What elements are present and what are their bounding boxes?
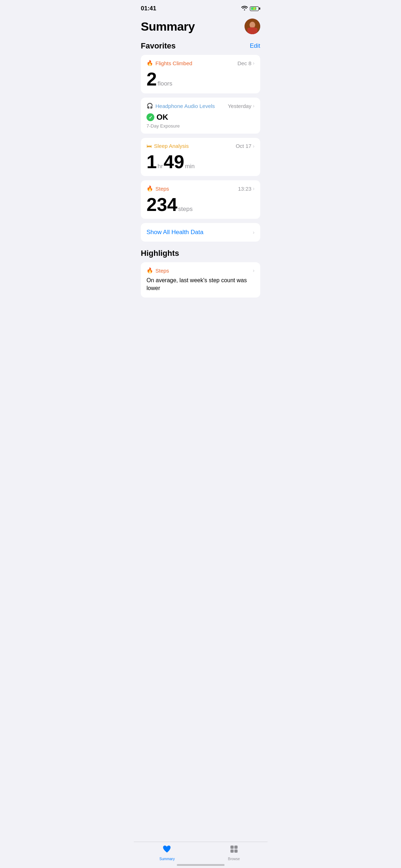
- sleep-date: Oct 17 ›: [236, 143, 255, 149]
- favorites-title: Favorites: [141, 41, 176, 51]
- steps-card[interactable]: 🔥 Steps 13:23 › 234 steps: [141, 180, 260, 219]
- show-all-label: Show All Health Data: [146, 229, 204, 236]
- show-all-health-data-card[interactable]: Show All Health Data ›: [141, 223, 260, 242]
- chevron-icon: ›: [253, 186, 255, 191]
- highlights-section: Highlights 🔥 Steps › On average, last we…: [141, 249, 260, 298]
- chevron-icon: ›: [253, 103, 255, 109]
- flame-icon: 🔥: [146, 60, 153, 66]
- status-time: 01:41: [141, 5, 156, 12]
- avatar[interactable]: [245, 19, 260, 34]
- bed-icon: 🛏: [146, 143, 152, 149]
- card-header: 🔥 Flights Climbed Dec 8 ›: [146, 60, 255, 66]
- main-content: Summary Favorites Edit 🔥 Flights Clim: [134, 15, 267, 298]
- card-header: 🛏 Sleep Analysis Oct 17 ›: [146, 143, 255, 149]
- highlights-steps-card[interactable]: 🔥 Steps › On average, last week's step c…: [141, 262, 260, 298]
- flights-date: Dec 8 ›: [237, 60, 255, 66]
- status-icons: ⚡: [241, 5, 260, 12]
- headphone-audio-card[interactable]: 🎧 Headphone Audio Levels Yesterday › ✓ O…: [141, 98, 260, 134]
- steps-title: 🔥 Steps: [146, 185, 169, 192]
- ok-subtitle: 7-Day Exposure: [146, 123, 255, 129]
- sleep-value: 1 hr 49 min: [146, 153, 255, 171]
- sleep-analysis-card[interactable]: 🛏 Sleep Analysis Oct 17 › 1 hr 49 min: [141, 138, 260, 176]
- svg-point-3: [250, 22, 255, 27]
- highlights-title: Highlights: [141, 249, 179, 258]
- edit-button[interactable]: Edit: [250, 42, 260, 50]
- page-title: Summary: [141, 20, 195, 33]
- highlights-description: On average, last week's step count was l…: [146, 277, 255, 293]
- sleep-title: 🛏 Sleep Analysis: [146, 143, 189, 149]
- headphone-title: 🎧 Headphone Audio Levels: [146, 103, 215, 109]
- steps-value: 234 steps: [146, 195, 255, 214]
- wifi-icon: [241, 5, 248, 12]
- status-bar: 01:41 ⚡: [134, 0, 267, 15]
- flame-icon-highlight: 🔥: [146, 267, 153, 274]
- highlights-chevron: ›: [253, 268, 255, 273]
- card-header: 🔥 Steps 13:23 ›: [146, 185, 255, 192]
- flights-value: 2 floors: [146, 70, 255, 88]
- flights-climbed-card[interactable]: 🔥 Flights Climbed Dec 8 › 2 floors: [141, 55, 260, 93]
- favorites-section-header: Favorites Edit: [141, 41, 260, 51]
- card-header: 🎧 Headphone Audio Levels Yesterday ›: [146, 103, 255, 109]
- highlights-header: Highlights: [141, 249, 260, 258]
- ok-check-icon: ✓: [146, 113, 154, 121]
- avatar-image: [245, 19, 260, 34]
- page-header: Summary: [141, 19, 260, 34]
- flame-icon-steps: 🔥: [146, 185, 153, 192]
- highlights-steps-title: 🔥 Steps: [146, 267, 169, 274]
- ok-status-row: ✓ OK: [146, 113, 255, 122]
- steps-date: 13:23 ›: [238, 186, 255, 192]
- flights-climbed-title: 🔥 Flights Climbed: [146, 60, 192, 66]
- ear-icon: 🎧: [146, 103, 153, 109]
- svg-rect-4: [247, 28, 257, 34]
- chevron-icon: ›: [253, 60, 255, 66]
- chevron-icon: ›: [253, 143, 255, 149]
- highlights-card-header: 🔥 Steps ›: [146, 267, 255, 274]
- battery-icon: ⚡: [250, 6, 260, 11]
- show-all-chevron: ›: [253, 229, 255, 235]
- headphone-date: Yesterday ›: [228, 103, 255, 109]
